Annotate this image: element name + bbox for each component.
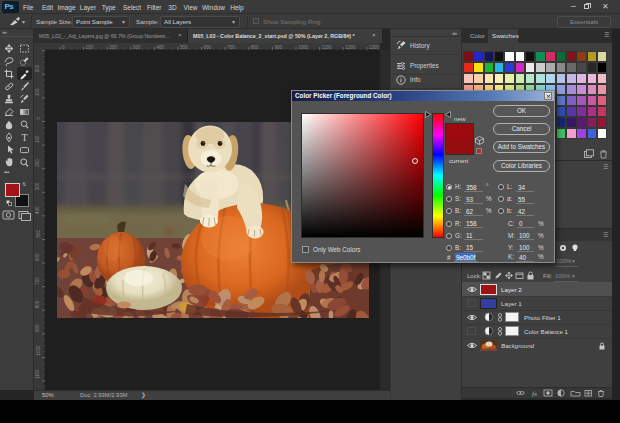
svg-text:1000: 1000 xyxy=(36,345,41,356)
svg-text:600: 600 xyxy=(36,253,41,261)
svg-text:500: 500 xyxy=(36,229,41,237)
svg-text:T: T xyxy=(21,132,27,143)
svg-text:400: 400 xyxy=(36,206,41,214)
svg-text:1300: 1300 xyxy=(369,45,380,50)
svg-text:700: 700 xyxy=(36,277,41,285)
svg-text:100: 100 xyxy=(36,135,41,143)
svg-text:1200: 1200 xyxy=(345,45,356,50)
svg-text:1100: 1100 xyxy=(36,369,41,379)
svg-text:fx: fx xyxy=(532,390,538,398)
svg-text:100: 100 xyxy=(36,88,41,96)
svg-text:900: 900 xyxy=(36,324,41,332)
svg-text:200: 200 xyxy=(36,64,41,72)
svg-text:800: 800 xyxy=(36,300,41,308)
svg-text:1100: 1100 xyxy=(322,45,332,50)
svg-text:0: 0 xyxy=(62,45,65,50)
svg-text:0: 0 xyxy=(36,117,41,120)
svg-text:200: 200 xyxy=(36,159,41,167)
svg-text:1000: 1000 xyxy=(298,45,309,50)
svg-text:300: 300 xyxy=(36,182,41,190)
